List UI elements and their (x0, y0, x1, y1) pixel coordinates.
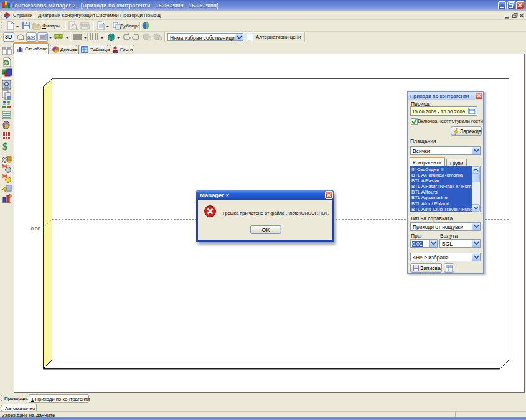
svg-text:0.00: 0.00 (31, 226, 40, 231)
svg-text:$: $ (2, 141, 7, 151)
